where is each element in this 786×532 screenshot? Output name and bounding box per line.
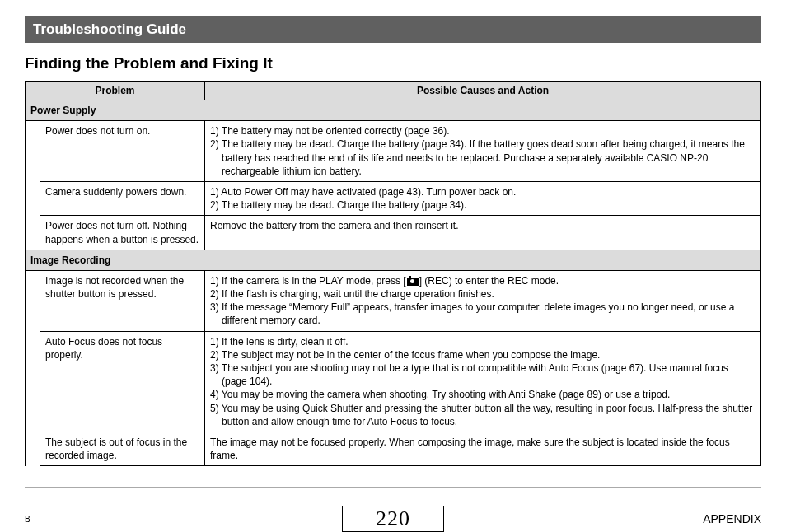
indent-cell [26, 121, 40, 250]
cause-line: 2) If the flash is charging, wait until … [210, 287, 756, 301]
page-number: 220 [342, 506, 444, 532]
page-footer: B 220 APPENDIX [0, 512, 786, 525]
camera-icon [407, 278, 419, 286]
cause-line: 4) You may be moving the camera when sho… [210, 388, 756, 401]
footer-appendix-label: APPENDIX [703, 512, 761, 525]
cause-line: 2) The battery may be dead. Charge the b… [210, 198, 756, 212]
cause-line: The image may not be focused properly. W… [210, 436, 730, 461]
cause-post: ] (REC) to enter the REC mode. [419, 275, 559, 287]
cause-pre: 1) If the camera is in the PLAY mode, pr… [210, 275, 406, 287]
footer-left-mark: B [25, 515, 30, 524]
cause-line: Remove the battery from the camera and t… [210, 220, 458, 231]
cause-line: 1) If the lens is dirty, clean it off. [210, 335, 756, 348]
section-power-supply: Power Supply [26, 100, 761, 121]
section-banner: Troubleshooting Guide [25, 16, 761, 43]
cause-line: 1) The battery may not be oriented corre… [210, 124, 756, 138]
problem-cell: Camera suddenly powers down. [40, 181, 205, 215]
action-cell: 1) The battery may not be oriented corre… [205, 121, 761, 182]
indent-cell [26, 270, 40, 465]
action-cell: 1) If the camera is in the PLAY mode, pr… [205, 270, 761, 331]
troubleshooting-table: Problem Possible Causes and Action Power… [25, 81, 761, 466]
problem-cell: The subject is out of focus in the recor… [40, 432, 205, 465]
col-header-action: Possible Causes and Action [205, 82, 761, 100]
action-cell: 1) If the lens is dirty, clean it off. 2… [205, 331, 761, 432]
problem-cell: Power does not turn on. [40, 121, 205, 182]
col-header-problem: Problem [26, 82, 205, 100]
action-cell: 1) Auto Power Off may have activated (pa… [205, 181, 761, 215]
problem-cell: Power does not turn off. Nothing happens… [40, 216, 205, 250]
page-subheader: Finding the Problem and Fixing It [25, 54, 761, 72]
action-cell: The image may not be focused properly. W… [205, 432, 761, 465]
section-image-recording: Image Recording [26, 250, 761, 270]
problem-cell: Image is not recorded when the shutter b… [40, 270, 205, 331]
action-cell: Remove the battery from the camera and t… [205, 216, 761, 250]
footer-rule [25, 487, 761, 488]
cause-line: 3) If the message “Memory Full” appears,… [210, 301, 756, 327]
problem-cell: Auto Focus does not focus properly. [40, 331, 205, 432]
cause-line: 1) Auto Power Off may have activated (pa… [210, 185, 756, 198]
cause-line: 2) The battery may be dead. Charge the b… [210, 138, 756, 178]
cause-line: 2) The subject may not be in the center … [210, 348, 756, 362]
cause-line: 5) You may be using Quick Shutter and pr… [210, 402, 756, 428]
cause-line: 1) If the camera is in the PLAY mode, pr… [210, 274, 756, 287]
cause-line: 3) The subject you are shooting may not … [210, 362, 756, 388]
